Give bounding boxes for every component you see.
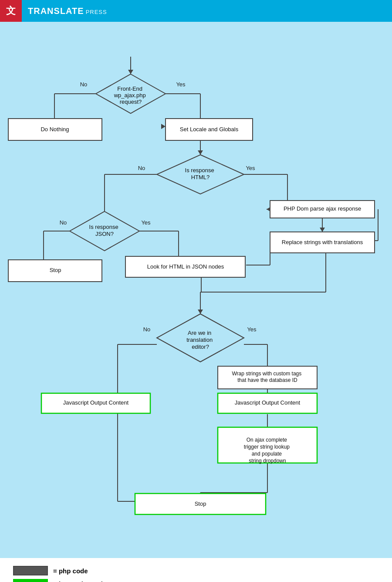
box-js-output1-text: Javascript Output Content bbox=[63, 399, 129, 406]
legend-item-js: = javascript code bbox=[13, 579, 379, 582]
box-stop2-text: Stop bbox=[195, 500, 206, 507]
label-yes4: Yes bbox=[247, 326, 257, 333]
legend-label-js: = javascript code bbox=[53, 580, 106, 582]
box-do-nothing-text: Do Nothing bbox=[41, 126, 69, 133]
flowchart-svg: Front-End wp_ajax.php request? Do Nothin… bbox=[0, 22, 392, 558]
svg-marker-47 bbox=[198, 310, 203, 314]
label-yes2: Yes bbox=[246, 165, 255, 171]
legend-item-php: = php code bbox=[13, 566, 379, 575]
label-yes3: Yes bbox=[141, 219, 151, 226]
legend-box-php bbox=[13, 566, 48, 575]
box-look-html-text: Look for HTML in JSON nodes bbox=[147, 263, 224, 270]
diagram-area: Front-End wp_ajax.php request? Do Nothin… bbox=[0, 22, 392, 558]
label-yes1: Yes bbox=[176, 81, 186, 88]
label-no4: No bbox=[143, 326, 151, 333]
svg-marker-60 bbox=[320, 228, 325, 232]
legend-label-php: = php code bbox=[53, 567, 88, 575]
header: 文 TRANSLATEPRESS bbox=[0, 0, 392, 22]
box-set-locale-text: Set Locale and Globals bbox=[180, 126, 239, 133]
box-php-dom-text: PHP Dom parse ajax response bbox=[284, 205, 361, 212]
svg-marker-51 bbox=[161, 124, 166, 129]
box-wrap-strings-text: Wrap strings with custom tags that have … bbox=[232, 371, 303, 383]
header-icon: 文 bbox=[0, 0, 22, 22]
label-no1: No bbox=[80, 81, 88, 88]
header-title: TRANSLATEPRESS bbox=[22, 6, 107, 16]
svg-marker-46 bbox=[198, 150, 203, 155]
label-no2: No bbox=[138, 165, 145, 171]
label-no3: No bbox=[60, 219, 67, 226]
legend: = php code = javascript code bbox=[0, 558, 392, 582]
box-stop1-text: Stop bbox=[50, 267, 61, 273]
svg-marker-45 bbox=[128, 70, 133, 74]
box-js-output2-text: Javascript Output Content bbox=[235, 399, 301, 406]
legend-box-js bbox=[13, 579, 48, 582]
box-replace-strings-text: Replace strings with translations bbox=[282, 239, 363, 245]
